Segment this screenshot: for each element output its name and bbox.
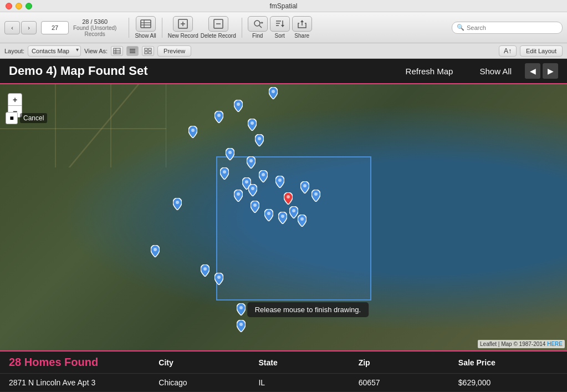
col-city: City: [159, 358, 258, 367]
forward-button[interactable]: ›: [21, 21, 37, 34]
nav-buttons: ‹ ›: [4, 21, 37, 34]
back-button[interactable]: ‹: [4, 21, 20, 34]
map-tooltip: Release mouse to finish drawing.: [247, 302, 369, 317]
map-pin[interactable]: [300, 181, 309, 196]
cell-city: Chicago: [159, 378, 258, 387]
here-link[interactable]: HERE: [547, 341, 563, 347]
window-title: fmSpatial: [269, 2, 297, 10]
map-pin[interactable]: [151, 245, 160, 259]
svg-point-76: [281, 215, 284, 218]
map-pin[interactable]: [173, 198, 182, 212]
new-record-icon: [177, 19, 188, 29]
svg-point-78: [300, 217, 304, 221]
map-pin[interactable]: [278, 212, 287, 226]
minimize-button[interactable]: [16, 3, 22, 9]
layout-select-wrapper[interactable]: Contacts Map: [28, 45, 81, 57]
map-pin[interactable]: [248, 184, 257, 198]
share-btn[interactable]: [292, 16, 312, 32]
refresh-map-button[interactable]: Refresh Map: [392, 63, 467, 79]
page-header: Demo 4) Map Found Set Refresh Map Show A…: [0, 59, 567, 84]
svg-rect-29: [145, 52, 147, 54]
header-nav: ◀ ▶: [525, 63, 558, 79]
svg-point-66: [245, 180, 248, 184]
delete-record-label: Delete Record: [201, 33, 236, 39]
layout-select[interactable]: Contacts Map: [28, 45, 81, 57]
show-all-icon-btn[interactable]: [136, 16, 156, 32]
map-pin[interactable]: [188, 126, 197, 140]
cell-address: 2871 N Lincoln Ave Apt 3: [9, 378, 159, 387]
map-pin[interactable]: [214, 111, 223, 125]
search-input[interactable]: [467, 24, 558, 31]
map-pin[interactable]: [275, 176, 284, 190]
map-pin[interactable]: [298, 215, 307, 229]
cell-price: $629,000: [458, 378, 558, 387]
map-pin[interactable]: [220, 167, 229, 182]
view-as-label: View As:: [84, 48, 108, 54]
share-icon: [297, 19, 308, 29]
map-pin[interactable]: [248, 119, 257, 133]
map-container[interactable]: Release mouse to finish drawing. + − ■ C…: [0, 84, 567, 350]
map-pin[interactable]: [234, 100, 243, 114]
map-pin[interactable]: [234, 190, 243, 204]
map-pin[interactable]: [264, 209, 273, 223]
svg-point-82: [217, 276, 221, 279]
layout-label: Layout:: [4, 48, 24, 54]
zoom-in-button[interactable]: +: [8, 93, 22, 105]
view-table-btn[interactable]: [111, 46, 123, 56]
map-pin[interactable]: [284, 192, 293, 207]
map-pin[interactable]: [237, 320, 246, 334]
map-background: Release mouse to finish drawing. + − ■ C…: [0, 84, 567, 350]
svg-point-81: [203, 267, 207, 271]
svg-point-58: [237, 103, 240, 106]
svg-point-60: [191, 129, 195, 132]
show-all-button[interactable]: Show All: [466, 63, 525, 79]
search-box[interactable]: 🔍: [452, 22, 563, 34]
edit-layout-button[interactable]: Edit Layout: [520, 45, 563, 57]
maximize-button[interactable]: [25, 3, 32, 9]
svg-point-67: [262, 173, 265, 176]
toolbar: ‹ › 27 28 / 5360 Found (Unsorted) Record…: [0, 12, 567, 43]
map-pin[interactable]: [269, 87, 278, 101]
view-list-btn[interactable]: [126, 46, 139, 56]
map-pin[interactable]: [259, 170, 268, 185]
map-pin[interactable]: [214, 273, 223, 287]
homes-found-count: 28: [9, 356, 21, 368]
map-pin[interactable]: [237, 303, 246, 318]
new-record-btn[interactable]: [173, 16, 193, 32]
close-button[interactable]: [6, 3, 12, 9]
table-row[interactable]: 2871 N Lincoln Ave Apt 3 Chicago IL 6065…: [0, 374, 567, 392]
svg-rect-28: [149, 48, 151, 50]
records-current-input[interactable]: 27: [41, 21, 69, 34]
view-grid-btn[interactable]: [142, 46, 154, 56]
svg-point-70: [278, 179, 282, 182]
find-group: Find: [248, 16, 268, 39]
map-pin[interactable]: [226, 148, 234, 162]
find-btn[interactable]: [248, 16, 268, 32]
map-pin[interactable]: [311, 190, 320, 204]
layout-bar: Layout: Contacts Map View As: Preview A↑…: [0, 43, 567, 59]
map-pin[interactable]: [255, 134, 264, 149]
svg-point-75: [267, 212, 270, 215]
cancel-label[interactable]: Cancel: [20, 113, 47, 123]
sort-btn[interactable]: [270, 16, 290, 32]
map-pin[interactable]: [289, 206, 298, 221]
sort-icon: [274, 19, 285, 29]
col-price: Sale Price: [458, 358, 558, 367]
cancel-square-btn[interactable]: ■: [6, 112, 18, 124]
svg-marker-12: [262, 22, 263, 24]
next-record-button[interactable]: ▶: [543, 63, 558, 79]
prev-record-button[interactable]: ◀: [525, 63, 540, 79]
map-pin[interactable]: [247, 156, 256, 171]
title-bar: fmSpatial: [0, 0, 567, 12]
records-found-label: Found (Unsorted): [73, 25, 116, 31]
svg-line-10: [259, 26, 262, 28]
text-format-button[interactable]: A↑: [499, 45, 517, 57]
delete-record-btn[interactable]: [208, 16, 228, 32]
records-info: 28 / 5360 Found (Unsorted) Records: [73, 18, 116, 37]
svg-point-57: [272, 90, 275, 93]
map-pin[interactable]: [201, 264, 210, 279]
map-pin[interactable]: [251, 201, 259, 215]
preview-button[interactable]: Preview: [157, 45, 191, 57]
svg-point-62: [258, 137, 261, 140]
svg-point-77: [292, 209, 295, 212]
